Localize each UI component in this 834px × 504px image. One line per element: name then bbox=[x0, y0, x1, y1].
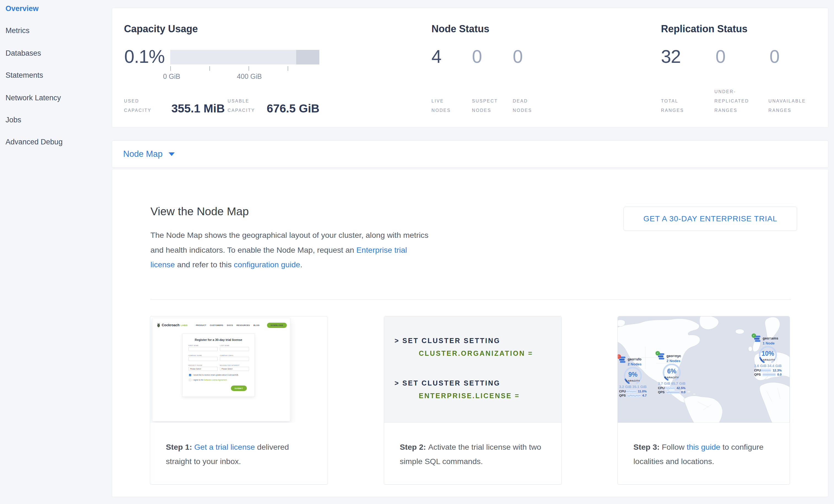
nav-resources: RESOURCES bbox=[236, 324, 249, 326]
cluster-summary-card: Capacity Usage 0.1% 0 GiB 400 GiB USED C… bbox=[112, 8, 829, 128]
capacity-bar-reserved-segment bbox=[296, 50, 319, 65]
step3-card: ! geo=sfo 2 Nodes 9% CAPACITY bbox=[617, 316, 790, 485]
dead-nodes-value: 0 bbox=[513, 46, 523, 67]
step1-label: Step 1: bbox=[166, 442, 194, 452]
live-nodes-value: 4 bbox=[432, 46, 441, 67]
used-gib: 3.6 GiB bbox=[754, 364, 767, 368]
unavailable-ranges-label: UNAVAILABLE RANGES bbox=[768, 96, 806, 115]
capacity-bar bbox=[170, 50, 319, 65]
cpu-label: CPU bbox=[754, 369, 761, 372]
email-updates-checkbox: ✓ bbox=[189, 374, 191, 376]
cluster-node-count: 2 Nodes bbox=[628, 362, 642, 366]
step2-label: Step 2: bbox=[400, 442, 428, 452]
capacity-percent: 6% bbox=[658, 368, 685, 375]
step3-node-map-image: ! geo=sfo 2 Nodes 9% CAPACITY bbox=[618, 316, 790, 423]
usable-gib: 35.1 GiB bbox=[632, 385, 646, 389]
page-title: View the Node Map bbox=[150, 205, 249, 218]
email-updates-text: I would like to receive email updates ab… bbox=[193, 374, 239, 376]
cluster-name: geo=sfo bbox=[628, 357, 641, 361]
sql-set-cluster-setting-1: > SET CLUSTER SETTING bbox=[395, 337, 500, 345]
dead-nodes-label: DEAD NODES bbox=[513, 96, 532, 115]
qps-label: QPS bbox=[658, 391, 666, 394]
capacity-tick bbox=[248, 66, 249, 71]
cpu-label: CPU bbox=[619, 390, 626, 393]
node-map-dropdown[interactable]: Node Map bbox=[123, 149, 175, 159]
trial-register-form: Register for a 30-day trial license FIRS… bbox=[182, 333, 255, 397]
usable-gib: 65.7 GiB bbox=[671, 381, 685, 386]
map-cluster-sfo: ! geo=sfo 2 Nodes 9% CAPACITY bbox=[619, 356, 646, 397]
used-capacity-value: 355.1 MiB bbox=[171, 102, 225, 115]
total-ranges-value: 32 bbox=[661, 46, 681, 67]
capacity-usage-title: Capacity Usage bbox=[124, 23, 198, 35]
node-map-description: The Node Map shows the geographical layo… bbox=[150, 228, 430, 272]
sidebar-item-jobs[interactable]: Jobs bbox=[5, 116, 21, 128]
description-text: and refer to this bbox=[175, 260, 234, 269]
nav-docs: DOCS bbox=[227, 324, 233, 326]
get-trial-license-link[interactable]: Get a trial license bbox=[194, 442, 255, 452]
capacity-tick-label-400: 400 GiB bbox=[237, 72, 262, 81]
cpu-label: CPU bbox=[658, 386, 664, 390]
nav-customers: CUSTOMERS bbox=[210, 324, 223, 326]
capacity-tick bbox=[288, 66, 288, 71]
configuration-guide-link[interactable]: configuration guide bbox=[234, 260, 300, 269]
website-nav: PRODUCT CUSTOMERS DOCS RESOURCES BLOG DO… bbox=[196, 323, 287, 328]
website-header: Cockroach LABS PRODUCT CUSTOMERS DOCS RE… bbox=[157, 322, 287, 328]
reason-for-interest-label: REASON FOR INTEREST bbox=[220, 365, 239, 366]
qps-label: QPS bbox=[619, 394, 628, 397]
sidebar-item-advanced-debug[interactable]: Advanced Debug bbox=[5, 138, 63, 150]
reason-for-interest-select: Please Select bbox=[220, 367, 249, 371]
step2-card: > SET CLUSTER SETTING CLUSTER.ORGANIZATI… bbox=[384, 316, 562, 485]
capacity-label: CAPACITY bbox=[754, 358, 782, 361]
sidebar: Overview Metrics Databases Statements Ne… bbox=[0, 0, 112, 504]
sidebar-item-metrics[interactable]: Metrics bbox=[5, 26, 29, 39]
sidebar-item-network-latency[interactable]: Network Latency bbox=[5, 94, 61, 106]
license-agreement-pre: I agree to the bbox=[193, 379, 204, 381]
company-name-label: COMPANY NAME bbox=[189, 355, 202, 356]
sql-set-cluster-setting-2: > SET CLUSTER SETTING bbox=[395, 379, 500, 387]
capacity-gauge: 6% CAPACITY bbox=[658, 364, 685, 381]
this-guide-link[interactable]: this guide bbox=[687, 442, 720, 452]
replication-status-title: Replication Status bbox=[661, 23, 747, 35]
capacity-percent: 9% bbox=[619, 371, 646, 378]
cpu-value: 11.0% bbox=[638, 390, 646, 393]
company-name-input bbox=[189, 357, 218, 361]
qps-sparkline bbox=[666, 391, 679, 394]
capacity-percent: 0.1% bbox=[124, 46, 164, 67]
suspect-nodes-label: SUSPECT NODES bbox=[472, 96, 498, 115]
sidebar-item-databases[interactable]: Databases bbox=[5, 49, 41, 61]
capacity-tick bbox=[170, 66, 171, 71]
step1-caption: Step 1: Get a trial license delivered st… bbox=[166, 440, 314, 468]
company-email-label: COMPANY EMAIL bbox=[220, 355, 234, 356]
sidebar-item-overview[interactable]: Overview bbox=[5, 4, 39, 17]
used-gib: 3.2 GiB bbox=[619, 385, 632, 389]
qps-sparkline bbox=[763, 373, 775, 376]
node-status-title: Node Status bbox=[432, 23, 489, 35]
nav-product: PRODUCT bbox=[196, 324, 206, 326]
get-enterprise-trial-button[interactable]: GET A 30-DAY ENTERPRISE TRIAL bbox=[623, 207, 797, 231]
cockroach-logo-icon bbox=[157, 323, 160, 328]
sidebar-item-statements[interactable]: Statements bbox=[5, 71, 43, 83]
cpu-sparkline bbox=[761, 369, 771, 372]
capacity-label: CAPACITY bbox=[619, 379, 646, 382]
usable-capacity-label: USABLE CAPACITY bbox=[227, 96, 255, 115]
under-replicated-ranges-value: 0 bbox=[716, 46, 725, 67]
license-agreement-text: I agree to the Software License Agreemen… bbox=[193, 379, 227, 381]
view-selector-bar: Node Map bbox=[112, 140, 829, 168]
chevron-down-icon bbox=[169, 152, 175, 156]
description-text: . bbox=[300, 260, 302, 269]
last-name-input bbox=[220, 347, 249, 351]
cluster-name: geo=nyc bbox=[666, 354, 681, 358]
usable-capacity-value: 676.5 GiB bbox=[267, 102, 319, 115]
qps-value: 4.7 bbox=[642, 394, 646, 397]
healthy-badge-icon: ✓ bbox=[752, 333, 756, 338]
qps-sparkline bbox=[628, 394, 641, 397]
map-cluster-nyc: ✓ geo=nyc 2 Nodes 6% CAPACITY bbox=[658, 353, 685, 394]
qps-label: QPS bbox=[754, 373, 763, 376]
cpu-sparkline bbox=[664, 386, 675, 390]
sql-cluster-organization: CLUSTER.ORGANIZATION = bbox=[419, 349, 533, 357]
register-form-title: Register for a 30-day trial license bbox=[182, 338, 255, 342]
cluster-node-count: 1 Node bbox=[763, 341, 774, 345]
section-divider bbox=[150, 300, 791, 300]
capacity-tick-label-0: 0 GiB bbox=[163, 72, 180, 81]
project-phase-label: PROJECT PHASE bbox=[189, 365, 202, 366]
